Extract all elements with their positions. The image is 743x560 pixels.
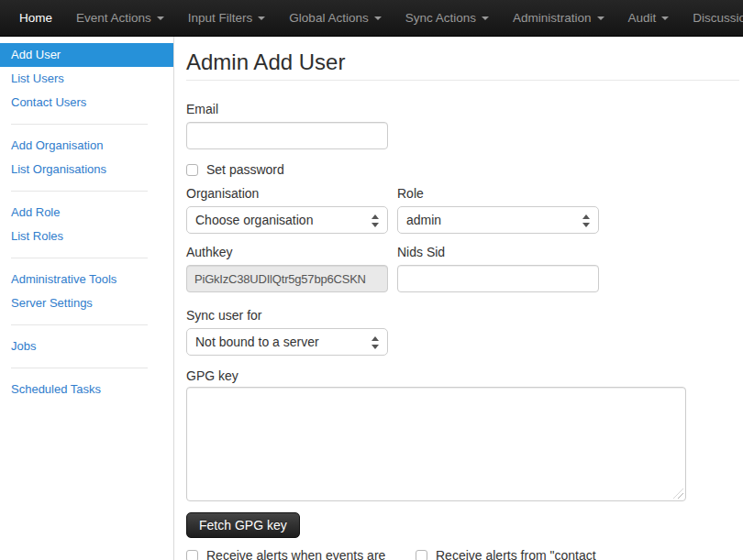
authkey-nids-labels: Authkey Nids Sid xyxy=(186,245,739,260)
nav-item-label: Administration xyxy=(513,11,592,25)
receive-alerts-contact-label: Receive alerts from "contact xyxy=(436,548,596,560)
set-password-row: Set password xyxy=(186,161,739,178)
organisation-select[interactable]: Choose organisation xyxy=(186,206,388,234)
sync-user-field: Not bound to a server xyxy=(186,324,739,356)
nav-item-discussions[interactable]: Discussions xyxy=(681,0,743,36)
gpg-key-textarea[interactable] xyxy=(186,387,686,501)
sidebar-divider xyxy=(11,258,148,258)
authkey-label: Authkey xyxy=(186,245,388,260)
nav-item-label: Home xyxy=(19,11,52,25)
receive-alerts-contact-checkbox[interactable] xyxy=(416,550,427,560)
title-rule xyxy=(186,80,739,81)
nav-item-event-actions[interactable]: Event Actions xyxy=(64,0,176,36)
select-arrows-icon xyxy=(371,214,379,228)
main-content: Admin Add User Email Set password Organi… xyxy=(174,37,743,560)
nav-item-label: Event Actions xyxy=(76,11,151,25)
sidebar-divider xyxy=(11,191,148,192)
sidebar-item-contact-users[interactable]: Contact Users xyxy=(0,91,173,115)
caret-down-icon xyxy=(482,16,489,20)
fetch-gpg-key-button[interactable]: Fetch GPG key xyxy=(186,512,300,538)
sync-user-select-value: Not bound to a server xyxy=(195,335,319,349)
set-password-label: Set password xyxy=(206,162,284,177)
sidebar-item-jobs[interactable]: Jobs xyxy=(0,335,173,358)
nav-item-global-actions[interactable]: Global Actions xyxy=(277,0,393,36)
email-field[interactable] xyxy=(186,122,388,149)
authkey-field xyxy=(186,265,388,292)
authkey-nids-fields xyxy=(186,260,739,292)
sidebar-item-add-organisation[interactable]: Add Organisation xyxy=(0,134,173,158)
select-arrows-icon xyxy=(582,214,590,228)
sidebar-item-scheduled-tasks[interactable]: Scheduled Tasks xyxy=(0,378,173,401)
caret-down-icon xyxy=(661,16,669,20)
sidebar-item-add-user[interactable]: Add User xyxy=(0,43,173,67)
sidebar-item-administrative-tools[interactable]: Administrative Tools xyxy=(0,268,173,291)
nav-item-administration[interactable]: Administration xyxy=(501,0,616,36)
nav-item-label: Sync Actions xyxy=(405,11,476,25)
role-label: Role xyxy=(397,186,599,202)
nav-item-label: Input Filters xyxy=(188,11,253,25)
gpg-key-label: GPG key xyxy=(186,368,739,384)
nids-sid-field[interactable] xyxy=(397,265,599,292)
receive-alerts-events-checkbox[interactable] xyxy=(186,550,198,560)
role-select-value: admin xyxy=(406,213,441,227)
sidebar-item-list-users[interactable]: List Users xyxy=(0,67,173,91)
nav-item-audit[interactable]: Audit xyxy=(616,0,682,36)
caret-down-icon xyxy=(374,16,382,20)
misp-admin-add-user-screen: Home Event Actions Input Filters Global … xyxy=(0,0,743,560)
top-navbar: Home Event Actions Input Filters Global … xyxy=(0,0,743,37)
set-password-checkbox[interactable] xyxy=(186,164,198,176)
org-role-labels: Organisation Role xyxy=(186,186,739,202)
sidebar-item-list-organisations[interactable]: List Organisations xyxy=(0,158,173,181)
alerts-row: Receive alerts when events are Receive a… xyxy=(186,548,739,560)
receive-alerts-events-label: Receive alerts when events are xyxy=(206,548,385,560)
organisation-select-value: Choose organisation xyxy=(195,213,313,227)
email-label: Email xyxy=(186,102,739,117)
caret-down-icon xyxy=(157,16,164,20)
alert-contact-option: Receive alerts from "contact xyxy=(416,548,596,560)
nav-item-label: Audit xyxy=(628,11,657,25)
sidebar-divider xyxy=(11,324,148,325)
alert-events-option: Receive alerts when events are xyxy=(186,548,416,560)
gpg-key-wrap xyxy=(186,387,686,501)
sidebar-divider xyxy=(11,124,148,125)
sidebar-item-list-roles[interactable]: List Roles xyxy=(0,225,173,248)
sync-user-select[interactable]: Not bound to a server xyxy=(186,328,388,356)
caret-down-icon xyxy=(258,16,265,20)
sidebar-item-server-settings[interactable]: Server Settings xyxy=(0,291,173,315)
caret-down-icon xyxy=(597,16,604,20)
nav-item-label: Global Actions xyxy=(289,11,368,25)
select-arrows-icon xyxy=(371,335,379,350)
nav-item-input-filters[interactable]: Input Filters xyxy=(176,0,278,36)
role-select[interactable]: admin xyxy=(397,206,599,234)
nav-item-label: Discussions xyxy=(693,11,743,25)
nav-item-sync-actions[interactable]: Sync Actions xyxy=(394,0,501,36)
nav-item-home[interactable]: Home xyxy=(7,0,64,36)
admin-sidebar: Add User List Users Contact Users Add Or… xyxy=(0,37,174,560)
page-title: Admin Add User xyxy=(186,49,739,76)
org-role-fields: Choose organisation admin xyxy=(186,202,739,234)
nids-sid-label: Nids Sid xyxy=(397,245,599,260)
sidebar-divider xyxy=(11,368,148,368)
sidebar-item-add-role[interactable]: Add Role xyxy=(0,201,173,225)
sync-user-label: Sync user for xyxy=(186,308,739,324)
organisation-label: Organisation xyxy=(186,186,388,202)
